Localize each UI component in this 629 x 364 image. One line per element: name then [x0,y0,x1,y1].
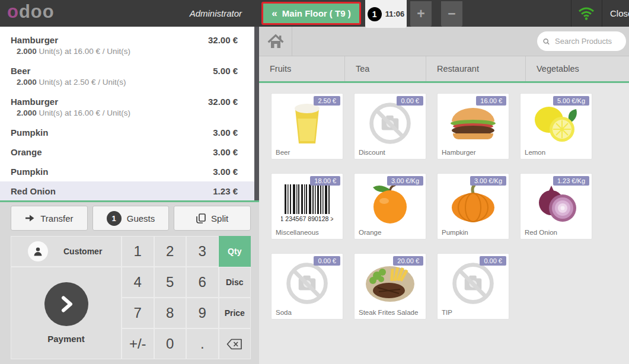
product-price-badge: 18.00 € [310,176,340,186]
numpad-key-8[interactable]: 8 [154,298,187,328]
order-line-unit-price: Unit(s) at 16.00 € / Unit(s) [39,108,131,117]
order-line[interactable]: Hamburger32.00 € 2.000 Unit(s) at 16.00 … [0,30,259,61]
product-price-badge: 0.00 € [480,256,506,266]
order-line-detail: 2.000 Unit(s) at 16.00 € / Unit(s) [11,46,238,57]
order-line-price: 32.00 € [208,96,238,107]
product-card-tip[interactable]: 0.00 € TIP [437,253,509,320]
category-tab-restaurant[interactable]: Restaurant [426,56,526,81]
product-name: Steak Frites Salade [359,309,418,316]
new-order-button[interactable]: + [410,1,432,27]
top-bar: odoo Administrator « Main Floor ( T9 ) 1… [0,0,629,27]
order-line-selected[interactable]: Red Onion1.23 € [0,181,259,200]
numpad-key-decimal[interactable]: . [186,328,219,359]
numpad-mode-price[interactable]: Price [219,298,251,328]
order-line-qty: 2.000 [17,78,37,87]
topbar-separator [571,0,571,27]
remove-order-button[interactable]: − [441,1,462,27]
no-image-placeholder-icon [366,100,414,147]
product-price-badge: 5.00 €/Kg [553,96,589,106]
product-name: Lemon [525,149,545,156]
product-name: Miscellaneous [276,229,319,236]
numpad-mode-qty[interactable]: Qty [219,236,251,267]
order-line[interactable]: Pumpkin3.00 € [0,162,259,181]
product-price-badge: 20.00 € [393,256,423,266]
payment-button[interactable]: Payment [11,267,122,359]
product-name: Soda [276,309,292,316]
product-price-badge: 2.50 € [314,96,340,106]
order-line-name: Pumpkin [11,166,48,177]
numpad-key-6[interactable]: 6 [186,267,219,298]
order-count-badge: 1 [368,7,382,21]
numpad-key-backspace[interactable] [219,328,251,359]
topbar-separator [602,0,602,27]
product-grid: 2.50 € Beer 0.00 € Discount 16.00 € [259,83,629,333]
floor-tab-main-floor[interactable]: « Main Floor ( T9 ) [261,2,361,25]
numpad-key-plusminus[interactable]: +/- [122,328,154,359]
barcode-image: 1 234567 890128 > [281,183,333,223]
product-price-badge: 3.00 €/Kg [470,176,506,186]
numpad-key-3[interactable]: 3 [186,236,219,267]
order-line[interactable]: Beer5.00 € 2.000 Unit(s) at 2.50 € / Uni… [0,61,259,92]
guests-count-badge: 1 [107,211,122,226]
product-card-hamburger[interactable]: 16.00 € Hamburger [437,93,509,159]
numpad-key-5[interactable]: 5 [154,267,187,298]
product-card-steak-frites-salade[interactable]: 20.00 € [354,253,426,320]
order-line[interactable]: Hamburger32.00 € 2.000 Unit(s) at 16.00 … [0,92,259,123]
product-card-pumpkin[interactable]: 3.00 €/Kg Pumpkin [437,173,509,240]
category-tab-vegetables[interactable]: Vegetables [526,56,629,81]
numpad-key-2[interactable]: 2 [154,236,187,267]
order-tab[interactable]: 1 11:06 [365,0,407,28]
order-line-list: Hamburger32.00 € 2.000 Unit(s) at 16.00 … [0,27,259,200]
product-price-badge: 0.00 € [397,96,423,106]
main-area: Hamburger32.00 € 2.000 Unit(s) at 16.00 … [0,27,629,364]
pumpkin-image [449,184,497,222]
order-line-detail: 2.000 Unit(s) at 2.50 € / Unit(s) [11,76,238,88]
order-line-price: 1.23 € [213,186,238,197]
order-list-scrollbar[interactable] [254,27,259,200]
product-card-beer[interactable]: 2.50 € Beer [271,93,343,159]
arrow-right-icon [25,214,35,222]
product-card-red-onion[interactable]: 1.23 €/Kg Red Onion [520,173,592,240]
order-line-name: Hamburger [11,96,58,107]
order-line-price: 3.00 € [213,146,238,158]
chevron-right-icon [59,295,74,313]
order-line[interactable]: Pumpkin3.00 € [0,123,259,142]
home-icon [267,34,284,49]
close-session-button[interactable]: Close [610,0,629,27]
split-button[interactable]: Split [174,206,251,231]
numpad-mode-disc[interactable]: Disc [219,267,251,298]
numpad-key-4[interactable]: 4 [122,267,154,298]
order-line-qty: 2.000 [17,47,37,56]
no-image-placeholder-icon [283,260,331,307]
product-card-miscellaneous[interactable]: 18.00 € 1 234567 890128 > Miscellaneous [271,173,343,240]
numpad-key-0[interactable]: 0 [154,328,187,359]
numpad-key-1[interactable]: 1 [122,236,154,267]
numpad-area: Customer 1 2 3 Qty Payment 4 5 6 Disc 7 … [11,236,251,359]
category-tab-tea[interactable]: Tea [345,56,426,81]
order-line[interactable]: Orange3.00 € [0,142,259,162]
guests-button[interactable]: 1 Guests [92,206,170,231]
split-label: Split [211,213,228,223]
product-name: Discount [359,149,385,156]
product-card-discount[interactable]: 0.00 € Discount [354,93,426,159]
category-tab-fruits[interactable]: Fruits [259,56,345,81]
product-card-soda[interactable]: 0.00 € Soda [271,253,343,320]
avatar [28,241,48,261]
order-line-name: Red Onion [11,186,56,197]
order-time-label: 11:06 [385,9,405,18]
steak-frites-salade-image [365,264,416,303]
search-products-input[interactable] [554,36,620,46]
numpad-key-9[interactable]: 9 [186,298,219,328]
odoo-logo-accent: o [7,1,19,22]
transfer-button[interactable]: Transfer [11,206,88,231]
guests-label: Guests [127,213,155,223]
order-line-price: 3.00 € [213,127,238,138]
customer-button[interactable]: Customer [11,236,122,267]
product-card-orange[interactable]: 3.00 €/Kg Orange [354,173,426,240]
numpad-key-7[interactable]: 7 [122,298,154,328]
product-card-lemon[interactable]: 5.00 €/Kg Lemon [520,93,592,159]
search-box[interactable] [537,31,626,51]
backspace-icon [226,339,242,350]
red-onion-image [534,184,578,222]
home-category-button[interactable] [259,27,292,56]
